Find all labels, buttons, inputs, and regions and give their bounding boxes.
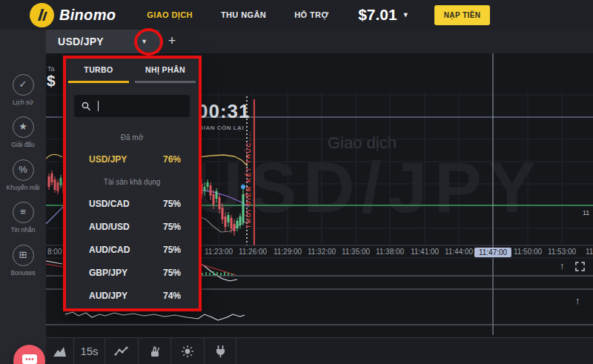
countdown-timer: 00:31	[197, 100, 251, 123]
left-sidebar: ✓ Lịch sử ★ Giải đấu % Khuyến mãi ≡ Tin …	[0, 30, 46, 364]
asset-pair: GBP/JPY	[89, 268, 127, 278]
add-asset-button[interactable]: +	[163, 32, 181, 51]
nav-support[interactable]: HỖ TRỢ	[294, 10, 328, 19]
open-assets-section-label: Đã mở	[65, 133, 199, 142]
asset-pair: AUD/USD	[89, 222, 130, 232]
asset-search-input[interactable]	[74, 95, 190, 117]
binomo-logo[interactable]: Binomo	[30, 3, 116, 27]
sidebar-item-label: Khuyến mãi	[0, 184, 46, 191]
axis-label-selected: 11:47:00	[474, 248, 511, 257]
main-nav: GIAO DỊCH THU NGÂN HỖ TRỢ	[147, 10, 328, 19]
tab-underline	[135, 81, 196, 83]
logo-text: Binomo	[59, 7, 116, 24]
sidebar-item-bonuses[interactable]: ⊞ Bonuses	[0, 245, 46, 277]
line-chart-button[interactable]	[105, 338, 139, 364]
tournament-star-icon: ★	[13, 116, 34, 138]
tab-binary[interactable]: NHỊ PHÂN	[132, 58, 199, 83]
axis-label: 11:32:00	[308, 248, 336, 256]
panel-collapse-arrow[interactable]: ↑	[560, 260, 565, 271]
history-check-icon: ✓	[13, 74, 34, 96]
chat-bubble-icon	[21, 354, 38, 364]
sidebar-item-tournaments[interactable]: ★ Giải đấu	[0, 116, 46, 148]
asset-payout: 75%	[163, 268, 181, 278]
support-chat-button[interactable]	[13, 345, 45, 364]
tab-binary-label: NHỊ PHÂN	[145, 65, 185, 74]
indicators-button[interactable]	[205, 338, 236, 364]
pencil-cup-icon	[148, 345, 162, 358]
timeframe-label: 15s	[80, 345, 98, 357]
line-chart-icon	[114, 345, 129, 357]
axis-label: 11:38:00	[376, 248, 404, 256]
asset-payout: 76%	[163, 154, 181, 165]
asset-payout: 75%	[163, 199, 181, 209]
axis-label-partial: 8:00	[47, 248, 62, 256]
brightness-button[interactable]	[171, 338, 205, 364]
sun-icon	[181, 345, 194, 358]
nav-trade[interactable]: GIAO DỊCH	[147, 10, 193, 19]
sidebar-item-history[interactable]: ✓ Lịch sử	[0, 74, 46, 106]
balance-selector[interactable]: $7.01 ▼	[358, 6, 408, 24]
sidebar-item-label: Bonuses	[0, 269, 46, 277]
panel-expand-icon[interactable]	[575, 261, 585, 274]
countdown-timer-label: GIAN CÒN LẠI	[199, 125, 244, 131]
binomo-logo-icon	[30, 3, 54, 27]
balance-caret-icon: ▼	[402, 11, 409, 19]
account-amount-partial: $	[47, 72, 56, 90]
asset-type-tabs: TURBO NHỊ PHÂN	[65, 58, 199, 83]
asset-tab-label: USD/JPY	[58, 36, 104, 47]
axis-label: 11:35:00	[342, 248, 370, 256]
asset-tabstrip: USD/JPY ▼ +	[46, 30, 593, 53]
sidebar-item-label: Lịch sử	[0, 99, 46, 106]
axis-label: 11:29:00	[274, 248, 302, 256]
percent-icon: %	[13, 159, 34, 181]
asset-row-gbpjpy[interactable]: GBP/JPY 75%	[65, 261, 199, 284]
asset-row-usdcad[interactable]: USD/CAD 75%	[65, 192, 199, 215]
sidebar-item-label: Tin nhắn	[0, 226, 46, 234]
chart-type-button[interactable]	[46, 338, 74, 364]
tab-active-underline	[68, 81, 129, 83]
area-chart-icon	[53, 345, 67, 357]
axis-label: 11:23:00	[205, 248, 233, 256]
tab-turbo-label: TURBO	[84, 65, 113, 74]
asset-row-audcad[interactable]: AUD/CAD 75%	[65, 238, 199, 261]
messages-list-icon: ≡	[13, 202, 34, 223]
available-assets-section-label: Tài sản khả dụng	[65, 178, 199, 186]
binomo-trading-app: Binomo GIAO DỊCH THU NGÂN HỖ TRỢ $7.01 ▼…	[0, 0, 593, 364]
search-icon	[82, 102, 91, 111]
nav-cashier[interactable]: THU NGÂN	[221, 10, 266, 19]
gift-icon: ⊞	[13, 245, 34, 266]
axis-label: 11:53:00	[548, 248, 576, 256]
axis-label: 11:44:00	[445, 248, 473, 256]
asset-pair: USD/CAD	[89, 199, 130, 209]
asset-pair: USD/JPY	[89, 154, 127, 165]
available-assets-list: USD/CAD 75% AUD/USD 75% AUD/CAD 75% GBP/…	[65, 192, 199, 307]
asset-dropdown-caret-icon[interactable]: ▼	[141, 38, 148, 45]
expiry-time-label: THỜI ĐIỂM KẾT THÚC....	[245, 95, 252, 228]
asset-dropdown-panel: TURBO NHỊ PHÂN Đã mở USD/JPY 76% Tài sản…	[65, 58, 199, 309]
axis-label: 11:50:00	[514, 248, 542, 256]
chart-toolbar: 15s	[46, 337, 593, 364]
balance-amount: $7.01	[358, 6, 397, 24]
sidebar-item-messages[interactable]: ≡ Tin nhắn	[0, 202, 46, 234]
sidebar-item-label: Giải đấu	[0, 141, 46, 148]
sidebar-item-promotions[interactable]: % Khuyến mãi	[0, 159, 46, 191]
axis-label: 11:26:00	[239, 248, 267, 256]
asset-tab-usdjpy[interactable]: USD/JPY ▼	[46, 30, 159, 53]
timeframe-button[interactable]: 15s	[74, 338, 105, 364]
asset-payout: 74%	[163, 291, 181, 301]
asset-payout: 75%	[163, 245, 181, 255]
deposit-button[interactable]: NẠP TIỀN	[434, 5, 491, 25]
asset-pair: AUD/JPY	[89, 291, 127, 301]
axis-label-partial: 11	[586, 248, 593, 256]
plug-icon	[214, 345, 227, 358]
axis-label: 11:41:00	[411, 248, 439, 256]
drawing-tools-button[interactable]	[139, 338, 171, 364]
asset-row-usdjpy[interactable]: USD/JPY 76%	[65, 148, 199, 171]
panel-collapse-arrow[interactable]: ↑	[575, 295, 580, 306]
top-bar: Binomo GIAO DỊCH THU NGÂN HỖ TRỢ $7.01 ▼…	[0, 0, 593, 30]
asset-row-audusd[interactable]: AUD/USD 75%	[65, 215, 199, 238]
tab-divider	[159, 34, 160, 49]
asset-payout: 75%	[163, 222, 181, 232]
tab-turbo[interactable]: TURBO	[65, 58, 132, 83]
asset-row-audjpy[interactable]: AUD/JPY 74%	[65, 284, 199, 307]
